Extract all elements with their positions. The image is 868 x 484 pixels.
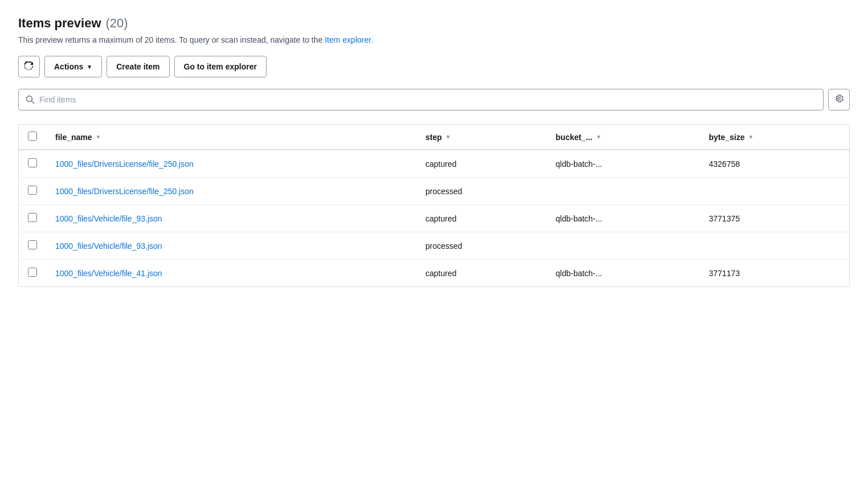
item-explorer-link[interactable]: Item explorer.	[325, 35, 373, 44]
page-header: Items preview (20)	[18, 16, 850, 31]
row-checkbox-cell	[19, 260, 46, 287]
table-row: 1000_files/DriversLicense/file_250.json …	[19, 150, 849, 178]
row-file-name-2: 1000_files/Vehicle/file_93.json	[46, 205, 416, 232]
row-byte-size-2: 3771375	[700, 205, 849, 232]
row-byte-size-4: 3771173	[700, 260, 849, 287]
select-all-header	[19, 125, 46, 150]
sort-icon-file-name: ▼	[96, 134, 101, 140]
go-to-explorer-button[interactable]: Go to item explorer	[174, 56, 267, 77]
row-step-4: captured	[416, 260, 546, 287]
actions-label: Actions	[54, 62, 83, 71]
row-step-1: processed	[416, 178, 546, 205]
svg-line-1	[32, 101, 34, 104]
search-wrapper	[18, 89, 824, 110]
row-bucket-4: qldb-batch-...	[547, 260, 700, 287]
refresh-icon	[24, 61, 34, 72]
col-header-byte-size: byte_size ▼	[700, 125, 849, 150]
col-label-byte-size: byte_size	[709, 133, 745, 142]
row-checkbox-cell	[19, 178, 46, 205]
row-bucket-0: qldb-batch-...	[547, 150, 700, 178]
col-header-file-name: file_name ▼	[46, 125, 416, 150]
table-row: 1000_files/Vehicle/file_93.json captured…	[19, 205, 849, 232]
items-table-container: file_name ▼ step ▼ bucket_... ▼	[18, 124, 850, 287]
search-input[interactable]	[39, 95, 816, 104]
file-name-link-1[interactable]: 1000_files/DriversLicense/file_250.json	[55, 187, 194, 196]
table-row: 1000_files/Vehicle/file_41.json captured…	[19, 260, 849, 287]
sort-icon-step: ▼	[445, 134, 451, 140]
search-icon	[26, 95, 35, 104]
file-name-link-3[interactable]: 1000_files/Vehicle/file_93.json	[55, 241, 162, 251]
actions-button[interactable]: Actions ▼	[44, 56, 102, 77]
table-row: 1000_files/Vehicle/file_93.json processe…	[19, 232, 849, 260]
toolbar: Actions ▼ Create item Go to item explore…	[18, 56, 850, 77]
row-byte-size-1	[700, 178, 849, 205]
page-title: Items preview	[18, 16, 101, 31]
row-bucket-3	[547, 232, 700, 260]
col-header-bucket: bucket_... ▼	[547, 125, 700, 150]
row-step-0: captured	[416, 150, 546, 178]
row-file-name-0: 1000_files/DriversLicense/file_250.json	[46, 150, 416, 178]
table-row: 1000_files/DriversLicense/file_250.json …	[19, 178, 849, 205]
row-file-name-3: 1000_files/Vehicle/file_93.json	[46, 232, 416, 260]
row-bucket-1	[547, 178, 700, 205]
row-checkbox-0[interactable]	[28, 158, 37, 167]
file-name-link-0[interactable]: 1000_files/DriversLicense/file_250.json	[55, 159, 194, 169]
main-container: Items preview (20) This preview returns …	[0, 0, 868, 484]
sort-icon-byte-size: ▼	[748, 134, 754, 140]
table-header-row: file_name ▼ step ▼ bucket_... ▼	[19, 125, 849, 150]
row-checkbox-4[interactable]	[28, 268, 37, 277]
col-label-step: step	[425, 133, 442, 142]
row-checkbox-2[interactable]	[28, 213, 37, 222]
subtitle: This preview returns a maximum of 20 ite…	[18, 35, 850, 44]
file-name-link-4[interactable]: 1000_files/Vehicle/file_41.json	[55, 269, 162, 278]
row-checkbox-3[interactable]	[28, 240, 37, 249]
row-file-name-1: 1000_files/DriversLicense/file_250.json	[46, 178, 416, 205]
file-name-link-2[interactable]: 1000_files/Vehicle/file_93.json	[55, 214, 162, 223]
row-file-name-4: 1000_files/Vehicle/file_41.json	[46, 260, 416, 287]
row-bucket-2: qldb-batch-...	[547, 205, 700, 232]
row-checkbox-cell	[19, 205, 46, 232]
create-item-label: Create item	[116, 62, 159, 71]
search-row	[18, 89, 850, 110]
item-count: (20)	[106, 16, 128, 31]
col-label-bucket: bucket_...	[556, 133, 593, 142]
row-step-2: captured	[416, 205, 546, 232]
select-all-checkbox[interactable]	[28, 132, 37, 141]
actions-dropdown-icon: ▼	[87, 64, 92, 70]
create-item-button[interactable]: Create item	[107, 56, 169, 77]
refresh-button[interactable]	[18, 56, 40, 77]
row-byte-size-0: 4326758	[700, 150, 849, 178]
subtitle-text: This preview returns a maximum of 20 ite…	[18, 35, 322, 44]
sort-icon-bucket: ▼	[596, 134, 601, 140]
items-table: file_name ▼ step ▼ bucket_... ▼	[19, 125, 849, 286]
settings-button[interactable]	[828, 89, 850, 110]
col-header-step: step ▼	[416, 125, 546, 150]
col-label-file-name: file_name	[55, 133, 92, 142]
gear-icon	[834, 93, 844, 106]
row-byte-size-3	[700, 232, 849, 260]
row-checkbox-cell	[19, 150, 46, 178]
row-step-3: processed	[416, 232, 546, 260]
go-to-explorer-label: Go to item explorer	[184, 62, 257, 71]
row-checkbox-1[interactable]	[28, 186, 37, 195]
row-checkbox-cell	[19, 232, 46, 260]
